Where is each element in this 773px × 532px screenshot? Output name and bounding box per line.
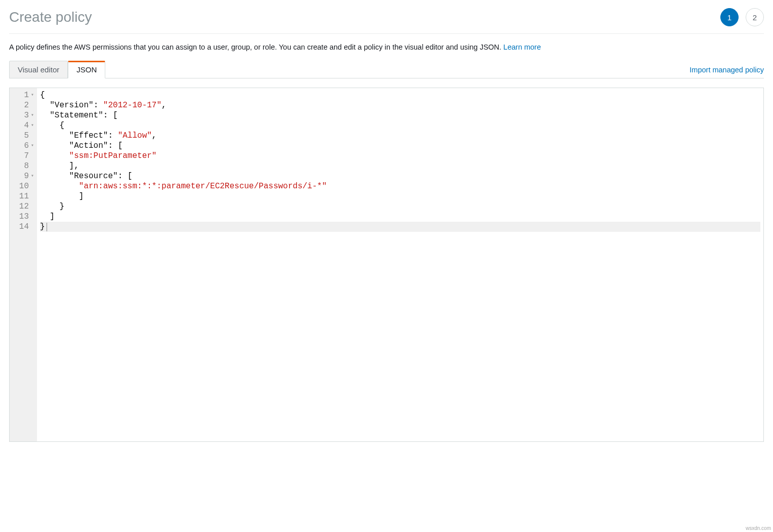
gutter-line: 5 — [10, 131, 37, 141]
wizard-step-2[interactable]: 2 — [746, 8, 764, 26]
code-line[interactable]: } — [40, 222, 760, 232]
gutter-line: 12 — [10, 201, 37, 212]
gutter-line: 8 — [10, 161, 37, 171]
wizard-step-1[interactable]: 1 — [720, 8, 739, 26]
gutter-line: 11 — [10, 191, 37, 201]
code-line[interactable]: "arn:aws:ssm:*:*:parameter/EC2Rescue/Pas… — [40, 181, 760, 191]
code-line[interactable]: "Version": "2012-10-17", — [40, 100, 760, 110]
page-description: A policy defines the AWS permissions tha… — [9, 42, 764, 52]
gutter-line: 9▾ — [10, 171, 37, 181]
gutter-line: 1▾ — [10, 90, 37, 100]
tab-visual-editor[interactable]: Visual editor — [9, 61, 68, 78]
tab-json[interactable]: JSON — [68, 61, 105, 78]
code-line[interactable]: "Statement": [ — [40, 110, 760, 120]
code-line[interactable]: { — [40, 120, 760, 131]
editor-cursor — [47, 223, 47, 231]
fold-icon[interactable]: ▾ — [30, 120, 35, 131]
description-text: A policy defines the AWS permissions tha… — [9, 43, 503, 51]
learn-more-link[interactable]: Learn more — [503, 43, 541, 51]
code-line[interactable]: ] — [40, 191, 760, 201]
gutter-line: 4▾ — [10, 120, 37, 131]
gutter-line: 14 — [10, 222, 37, 232]
import-managed-policy-link[interactable]: Import managed policy — [689, 66, 764, 78]
editor-gutter: 1▾23▾4▾56▾789▾1011121314 — [10, 88, 37, 441]
code-line[interactable]: "Resource": [ — [40, 171, 760, 181]
editor-tabs: Visual editor JSON Import managed policy — [9, 60, 764, 78]
json-editor[interactable]: 1▾23▾4▾56▾789▾1011121314 { "Version": "2… — [9, 88, 764, 442]
gutter-line: 2 — [10, 100, 37, 110]
code-line[interactable]: { — [40, 90, 760, 100]
fold-icon[interactable]: ▾ — [30, 171, 35, 181]
gutter-line: 10 — [10, 181, 37, 191]
editor-code-area[interactable]: { "Version": "2012-10-17", "Statement": … — [37, 88, 763, 441]
code-line[interactable]: "ssm:PutParameter" — [40, 151, 760, 161]
page-title: Create policy — [9, 9, 92, 25]
code-line[interactable]: ], — [40, 161, 760, 171]
gutter-line: 6▾ — [10, 141, 37, 151]
header-row: Create policy 1 2 — [9, 8, 764, 34]
gutter-line: 13 — [10, 212, 37, 222]
gutter-line: 3▾ — [10, 110, 37, 120]
gutter-line: 7 — [10, 151, 37, 161]
code-line[interactable]: "Action": [ — [40, 141, 760, 151]
fold-icon[interactable]: ▾ — [30, 141, 35, 151]
fold-icon[interactable]: ▾ — [30, 110, 35, 120]
code-line[interactable]: "Effect": "Allow", — [40, 131, 760, 141]
fold-icon[interactable]: ▾ — [30, 90, 35, 100]
wizard-stepper: 1 2 — [720, 8, 764, 26]
code-line[interactable]: ] — [40, 212, 760, 222]
code-line[interactable]: } — [40, 201, 760, 212]
